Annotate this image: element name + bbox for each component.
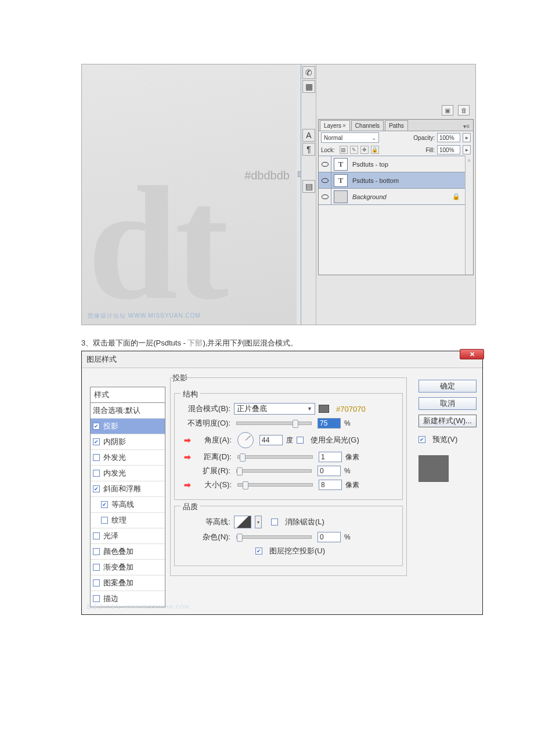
distance-slider[interactable] bbox=[237, 455, 313, 459]
slider-thumb[interactable] bbox=[293, 420, 298, 428]
tool-list-icon[interactable]: ▤ bbox=[302, 180, 315, 193]
new-style-button[interactable]: 新建样式(W)... bbox=[418, 415, 477, 427]
style-label: 斜面和浮雕 bbox=[103, 484, 141, 494]
checkbox[interactable] bbox=[101, 517, 108, 524]
style-item-gradientoverlay[interactable]: 渐变叠加 bbox=[91, 560, 165, 575]
size-slider[interactable] bbox=[237, 483, 313, 487]
tool-paragraph-icon[interactable]: ¶ bbox=[302, 143, 315, 156]
scrollbar[interactable]: ▵ bbox=[465, 156, 473, 275]
checkbox[interactable] bbox=[93, 595, 100, 602]
checkbox[interactable] bbox=[101, 501, 108, 508]
style-item-satin[interactable]: 光泽 bbox=[91, 528, 165, 544]
distance-label: 距离(D): bbox=[197, 452, 232, 462]
style-label: 光泽 bbox=[103, 531, 118, 541]
tab-paths[interactable]: Paths bbox=[385, 120, 408, 131]
lock-all-icon[interactable]: 🔒 bbox=[371, 146, 379, 154]
tool-icon-2[interactable]: ▦ bbox=[302, 80, 315, 93]
layer-row[interactable]: Background 🔒 bbox=[319, 189, 465, 205]
separator-handle-icon[interactable] bbox=[298, 171, 301, 177]
checkbox[interactable] bbox=[93, 548, 100, 555]
layer-row[interactable]: T Psdtuts - bottom bbox=[319, 172, 465, 189]
distance-input[interactable]: 1 bbox=[319, 452, 342, 462]
tool-icon-1[interactable]: ✆ bbox=[302, 66, 315, 79]
style-item-texture[interactable]: 纹理 bbox=[91, 513, 165, 528]
color-swatch[interactable] bbox=[319, 405, 329, 413]
checkbox[interactable] bbox=[93, 579, 100, 586]
tab-layers[interactable]: Layers× bbox=[320, 120, 350, 131]
visibility-toggle[interactable] bbox=[319, 189, 331, 204]
style-settings: 投影 结构 混合模式(B): 正片叠底 ▼ #707070 不透明度(O bbox=[165, 368, 413, 614]
arrow-icon: ➡ bbox=[184, 435, 191, 445]
visibility-toggle[interactable] bbox=[319, 172, 331, 188]
panel-menu-icon[interactable]: ▾≡ bbox=[461, 122, 472, 131]
noise-slider[interactable] bbox=[236, 535, 312, 539]
tab-channels[interactable]: Channels bbox=[351, 120, 384, 131]
style-item-coloroverlay[interactable]: 颜色叠加 bbox=[91, 544, 165, 560]
contour-label: 等高线: bbox=[184, 517, 230, 527]
contour-dropdown-icon[interactable]: ▾ bbox=[255, 516, 262, 528]
arrow-icon: ➡ bbox=[184, 452, 191, 462]
contour-swatch[interactable] bbox=[234, 516, 251, 528]
opacity-slider[interactable] bbox=[236, 422, 312, 425]
size-input[interactable]: 8 bbox=[319, 480, 342, 490]
knockout-checkbox[interactable] bbox=[255, 548, 262, 555]
distance-unit: 像素 bbox=[345, 452, 359, 462]
close-button[interactable]: ✕ bbox=[460, 349, 484, 359]
style-item-innershadow[interactable]: 内阴影 bbox=[91, 434, 165, 450]
canvas-area: d t #dbdbdb 思缘设计论坛 WWW.MISSYUAN.COM bbox=[82, 64, 297, 325]
caption-b: 下部 bbox=[187, 339, 203, 347]
opacity-input[interactable]: 100% bbox=[437, 133, 460, 142]
slider-thumb[interactable] bbox=[237, 534, 243, 542]
lock-pixels-icon[interactable]: ✎ bbox=[350, 146, 358, 154]
opacity-label: 不透明度(O): bbox=[184, 418, 230, 429]
noise-unit: % bbox=[344, 533, 351, 541]
spread-input[interactable]: 0 bbox=[317, 466, 341, 476]
style-item-blend-default[interactable]: 混合选项:默认 bbox=[91, 403, 165, 419]
layer-style-dialog: ✕ 图层样式 样式 混合选项:默认 投影 内阴影 外发光 内发光 斜面和浮雕 等… bbox=[81, 351, 483, 615]
checkbox[interactable] bbox=[93, 454, 100, 461]
style-item-outerglow[interactable]: 外发光 bbox=[91, 450, 165, 466]
scroll-up-icon[interactable]: ▵ bbox=[466, 156, 473, 164]
panel-options-icon[interactable]: ▣ bbox=[442, 105, 453, 116]
opacity-input[interactable]: 75 bbox=[317, 418, 341, 429]
style-item-innerglow[interactable]: 内发光 bbox=[91, 466, 165, 481]
checkbox[interactable] bbox=[93, 423, 100, 430]
close-icon[interactable]: × bbox=[342, 123, 346, 129]
noise-input[interactable]: 0 bbox=[317, 532, 341, 542]
tool-column: ✆ ▦ A ¶ ▤ bbox=[301, 64, 316, 325]
style-item-bevel[interactable]: 斜面和浮雕 bbox=[91, 481, 165, 497]
caption-a: 双击最下面的一层(Psdtuts - bbox=[93, 339, 187, 347]
checkbox[interactable] bbox=[93, 438, 100, 445]
preview-checkbox[interactable] bbox=[418, 436, 425, 443]
slider-thumb[interactable] bbox=[237, 467, 243, 476]
angle-dial[interactable] bbox=[237, 432, 254, 448]
blend-mode-select[interactable]: Normal ⌄ bbox=[321, 132, 379, 143]
cancel-button[interactable]: 取消 bbox=[418, 397, 477, 410]
style-item-patternoverlay[interactable]: 图案叠加 bbox=[91, 575, 165, 591]
antialias-checkbox[interactable] bbox=[271, 519, 278, 525]
lock-position-icon[interactable]: ✥ bbox=[360, 146, 369, 154]
blend-mode-dropdown[interactable]: 正片叠底 ▼ bbox=[234, 403, 315, 415]
checkbox[interactable] bbox=[93, 485, 100, 492]
slider-thumb[interactable] bbox=[240, 453, 246, 462]
canvas-hex-label: #dbdbdb bbox=[244, 169, 290, 182]
checkbox[interactable] bbox=[93, 470, 100, 477]
checkbox[interactable] bbox=[93, 564, 100, 571]
panel-trash-icon[interactable]: 🗑 bbox=[458, 105, 470, 116]
fill-label: Fill: bbox=[425, 147, 435, 153]
lock-transparency-icon[interactable]: ▧ bbox=[340, 146, 348, 154]
angle-input[interactable]: 44 bbox=[259, 435, 283, 445]
slider-thumb[interactable] bbox=[243, 481, 248, 489]
style-item-contour[interactable]: 等高线 bbox=[91, 497, 165, 513]
spread-slider[interactable] bbox=[236, 469, 312, 473]
fill-input[interactable]: 100% bbox=[437, 145, 460, 154]
global-light-checkbox[interactable] bbox=[297, 437, 304, 444]
checkbox[interactable] bbox=[93, 532, 100, 539]
style-item-dropshadow[interactable]: 投影 bbox=[91, 419, 165, 434]
ok-button[interactable]: 确定 bbox=[418, 380, 477, 393]
visibility-toggle[interactable] bbox=[319, 156, 331, 172]
opacity-flyout-icon[interactable]: ▸ bbox=[463, 133, 471, 142]
fill-flyout-icon[interactable]: ▸ bbox=[463, 145, 471, 154]
layer-row[interactable]: T Psdtuts - top bbox=[319, 156, 465, 172]
tool-text-icon[interactable]: A bbox=[302, 129, 315, 142]
